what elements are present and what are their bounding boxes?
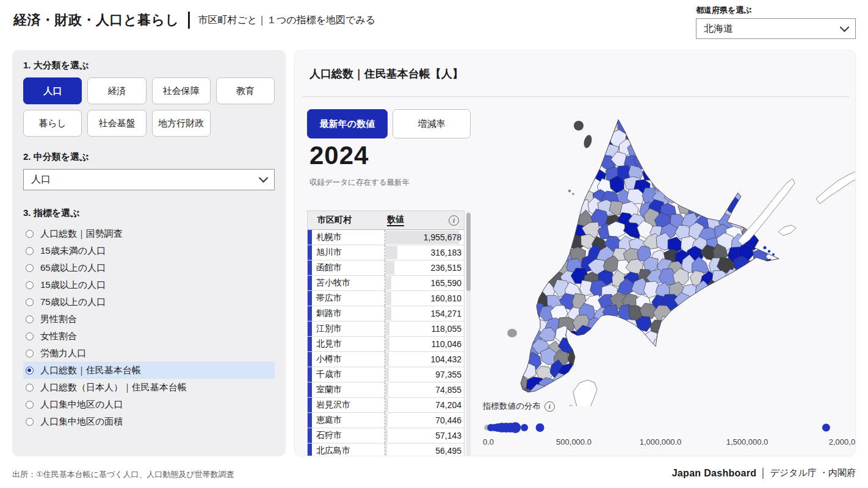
map-cell[interactable] [609,318,625,334]
map-cell[interactable] [649,384,665,400]
category-button-1[interactable]: 人口 [23,77,82,104]
map-cell[interactable] [775,386,791,401]
map-cell[interactable] [522,271,538,289]
map-cell[interactable] [717,284,737,300]
map-cell[interactable] [728,315,742,331]
map-cell[interactable] [784,329,801,345]
map-cell[interactable] [494,249,511,264]
map-cell[interactable] [723,130,741,146]
map-cell[interactable] [770,121,787,137]
map-cell[interactable] [712,318,729,336]
map-cell[interactable] [808,212,826,226]
table-row[interactable]: 帯広市160,810 [308,291,464,306]
map-cell[interactable] [690,109,706,127]
map-cell[interactable] [665,363,680,378]
map-cell[interactable] [695,304,711,322]
map-cell[interactable] [684,307,700,325]
map-cell[interactable] [661,107,678,124]
map-cell[interactable] [495,294,513,310]
map-cell[interactable] [759,234,776,253]
map-cell[interactable] [786,350,801,367]
map-cell[interactable] [800,318,817,333]
map-cell[interactable] [573,176,588,191]
map-cell[interactable] [707,305,722,320]
map-cell[interactable] [787,304,802,318]
map-cell[interactable] [500,282,515,296]
map-cell[interactable] [784,281,803,298]
map-cell[interactable] [789,292,806,310]
map-cell[interactable] [769,307,785,322]
map-cell[interactable] [644,144,658,159]
map-cell[interactable] [682,144,698,159]
map-cell[interactable] [590,348,606,367]
map-cell[interactable] [675,339,692,357]
map-cell[interactable] [759,370,774,389]
map-cell[interactable] [477,133,484,149]
map-cell[interactable] [591,326,609,341]
map-cell[interactable] [538,258,555,274]
map-cell[interactable] [788,201,807,218]
map-cell[interactable] [564,190,580,205]
map-cell[interactable] [488,213,504,228]
tab-change-rate[interactable]: 増減率 [392,109,471,138]
map-cell[interactable] [537,165,554,181]
map-cell[interactable] [484,178,502,195]
map-cell[interactable] [516,191,533,206]
map-cell[interactable] [477,257,491,278]
map-cell[interactable] [551,210,571,227]
map-cell[interactable] [585,153,601,169]
map-cell[interactable] [699,361,714,377]
map-cell[interactable] [616,377,634,392]
map-cell[interactable] [487,256,503,273]
map-cell[interactable] [477,190,490,206]
map-cell[interactable] [767,215,785,229]
map-cell[interactable] [709,119,723,135]
map-cell[interactable] [699,154,716,172]
map-cell[interactable] [757,119,773,133]
map-cell[interactable] [526,235,543,251]
table-header[interactable]: 市区町村 数値 ▼ i [308,211,464,230]
map-cell[interactable] [488,187,504,204]
map-cell[interactable] [770,329,787,348]
map-cell[interactable] [764,340,780,357]
map-cell[interactable] [707,164,723,179]
map-cell[interactable] [554,188,570,205]
map-cell[interactable] [477,106,487,122]
map-cell[interactable] [527,141,543,156]
map-cell[interactable] [704,139,720,157]
map-cell[interactable] [497,200,512,215]
map-cell[interactable] [813,282,828,300]
map-cell[interactable] [610,106,624,124]
map-cell[interactable] [651,112,667,125]
table-row[interactable]: 小樽市104,432 [308,352,464,367]
map-cell[interactable] [555,163,570,183]
map-cell[interactable] [713,131,729,149]
map-cell[interactable] [577,165,595,184]
map-cell[interactable] [679,326,694,342]
map-cell[interactable] [791,316,807,333]
indicator-radio-5[interactable]: 75歳以上の人口 [23,293,275,310]
map-cell[interactable] [794,106,809,124]
map-cell[interactable] [494,384,510,401]
map-cell[interactable] [792,281,812,296]
map-cell[interactable] [716,309,736,325]
map-cell[interactable] [617,350,634,367]
category-button-2[interactable]: 経済 [87,77,146,104]
table-row[interactable]: 函館市236,515 [308,260,464,276]
map-cell[interactable] [795,117,812,136]
map-cell[interactable] [748,376,762,393]
map-cell[interactable] [749,107,768,121]
prefecture-select[interactable]: 北海道 [696,18,856,39]
map-cell[interactable] [509,224,527,240]
map-cell[interactable] [565,143,580,160]
indicator-radio-8[interactable]: 労働力人口 [23,345,275,362]
map-cell[interactable] [505,200,521,217]
map-cell[interactable] [792,142,811,156]
map-cell[interactable] [689,317,707,332]
map-cell[interactable] [502,165,519,181]
map-cell[interactable] [624,110,638,126]
map-cell[interactable] [759,143,775,160]
table-row[interactable]: 苫小牧市165,590 [308,276,464,291]
map-cell[interactable] [798,232,814,253]
map-cell[interactable] [526,187,542,203]
